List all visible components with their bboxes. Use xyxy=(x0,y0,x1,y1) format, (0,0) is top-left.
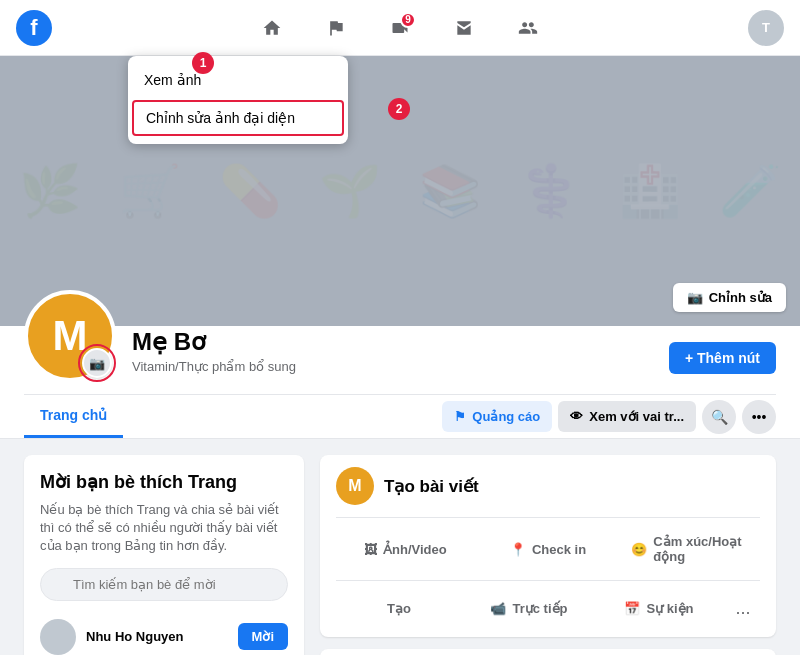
camera-cover-icon: 📷 xyxy=(687,290,703,305)
profile-name: Mẹ Bơ xyxy=(132,328,653,357)
store-nav-icon[interactable] xyxy=(444,8,484,48)
step-2-badge: 2 xyxy=(388,98,410,120)
invite-friends-card: Mời bạn bè thích Trang Nếu bạ bè thích T… xyxy=(24,455,304,655)
nav-center: 9 xyxy=(252,8,548,48)
search-friends-input[interactable] xyxy=(40,568,288,601)
friend-name: Nhu Ho Nguyen xyxy=(86,629,228,644)
post-create-row: Tạo 📹 Trực tiếp 📅 Sự kiện ... xyxy=(336,580,760,625)
main-content: Mời bạn bè thích Trang Nếu bạ bè thích T… xyxy=(0,439,800,655)
camera-icon: 📷 xyxy=(89,356,105,371)
no-posts-card: Chưa có bài viết nào xyxy=(320,649,776,655)
profile-info-row: M 📷 Mẹ Bơ Vitamin/Thực phẩm bổ sung + Th… xyxy=(24,326,776,395)
profile-category: Vitamin/Thực phẩm bổ sung xyxy=(132,359,653,374)
calendar-icon: 📅 xyxy=(624,601,640,616)
tab-actions: ⚑ Quảng cáo 👁 Xem với vai tr... 🔍 ••• xyxy=(442,400,776,434)
event-btn[interactable]: 📅 Sự kiện xyxy=(596,591,722,625)
home-nav-icon[interactable] xyxy=(252,8,292,48)
camera-button[interactable]: 📷 xyxy=(82,348,112,378)
invite-card-desc: Nếu bạ bè thích Trang và chia sẻ bài viế… xyxy=(40,501,288,556)
live-label: Trực tiếp xyxy=(512,601,567,616)
quang-cao-label: Quảng cáo xyxy=(472,409,540,424)
view-photo-menu-item[interactable]: Xem ảnh xyxy=(128,62,348,98)
post-avatar: M xyxy=(336,467,374,505)
more-tab-btn[interactable]: ••• xyxy=(742,400,776,434)
photo-video-btn[interactable]: 🖼 Ảnh/Video xyxy=(336,528,475,570)
search-friends-wrapper xyxy=(40,568,288,601)
create-post-card: M Tạo bài viết 🖼 Ảnh/Video 📍 Check in 😊 … xyxy=(320,455,776,637)
event-label: Sự kiện xyxy=(646,601,693,616)
cover-photo-area: 🌿 🛒 💊 🌱 📚 ⚕️ 🏥 🧪 📷 Chỉnh sửa xyxy=(0,56,800,326)
profile-tabs: Trang chủ ⚑ Quảng cáo 👁 Xem với vai tr..… xyxy=(0,395,800,439)
smile-icon: 😊 xyxy=(631,542,647,557)
profile-name-area: Mẹ Bơ Vitamin/Thực phẩm bổ sung xyxy=(132,328,653,382)
create-post-title: Tạo bài viết xyxy=(384,476,479,497)
xem-vai-tro-label: Xem với vai tr... xyxy=(589,409,684,424)
edit-avatar-label: Chỉnh sửa ảnh đại diện xyxy=(146,110,295,126)
edit-cover-button[interactable]: 📷 Chỉnh sửa xyxy=(673,283,786,312)
feeling-btn[interactable]: 😊 Cảm xúc/Hoạt động xyxy=(621,528,760,570)
quang-cao-tab[interactable]: ⚑ Quảng cáo xyxy=(442,401,552,432)
friend-avatar xyxy=(40,619,76,655)
live-icon: 📹 xyxy=(490,601,506,616)
step-1-badge: 1 xyxy=(192,52,214,74)
photo-icon: 🖼 xyxy=(364,542,377,557)
post-actions-row: 🖼 Ảnh/Video 📍 Check in 😊 Cảm xúc/Hoạt độ… xyxy=(336,517,760,570)
more-post-btn[interactable]: ... xyxy=(726,591,760,625)
top-navigation: f 9 T xyxy=(0,0,800,56)
create-label-btn[interactable]: Tạo xyxy=(336,591,462,625)
create-post-header: M Tạo bài viết xyxy=(336,467,760,505)
nav-left: f xyxy=(16,10,52,46)
flag-tab-icon: ⚑ xyxy=(454,409,466,424)
more-dots-icon: ... xyxy=(735,598,750,619)
nav-right: T xyxy=(748,10,784,46)
left-panel: Mời bạn bè thích Trang Nếu bạ bè thích T… xyxy=(24,455,304,655)
friend-row: Nhu Ho Nguyen Mời xyxy=(40,613,288,655)
live-btn[interactable]: 📹 Trực tiếp xyxy=(466,591,592,625)
facebook-logo: f xyxy=(16,10,52,46)
video-nav-icon[interactable]: 9 xyxy=(380,8,420,48)
eye-icon: 👁 xyxy=(570,409,583,424)
add-button-label: + Thêm nút xyxy=(685,350,760,366)
profile-section: M 📷 Mẹ Bơ Vitamin/Thực phẩm bổ sung + Th… xyxy=(0,326,800,395)
edit-avatar-menu-item[interactable]: Chỉnh sửa ảnh đại diện xyxy=(132,100,344,136)
profile-avatar-container: M 📷 xyxy=(24,290,116,382)
add-button[interactable]: + Thêm nút xyxy=(669,342,776,374)
invite-card-title: Mời bạn bè thích Trang xyxy=(40,471,288,493)
photo-video-label: Ảnh/Video xyxy=(383,542,447,557)
context-menu: Xem ảnh Chỉnh sửa ảnh đại diện xyxy=(128,56,348,144)
people-nav-icon[interactable] xyxy=(508,8,548,48)
checkin-label: Check in xyxy=(532,542,586,557)
right-panel: M Tạo bài viết 🖼 Ảnh/Video 📍 Check in 😊 … xyxy=(320,455,776,655)
invite-friend-button[interactable]: Mời xyxy=(238,623,288,650)
checkin-btn[interactable]: 📍 Check in xyxy=(479,528,618,570)
feeling-label: Cảm xúc/Hoạt động xyxy=(653,534,750,564)
profile-actions: + Thêm nút xyxy=(669,342,776,382)
create-text-label: Tạo xyxy=(387,601,411,616)
tab-trang-chu[interactable]: Trang chủ xyxy=(24,395,123,438)
user-avatar-nav[interactable]: T xyxy=(748,10,784,46)
edit-cover-label: Chỉnh sửa xyxy=(709,290,772,305)
view-photo-label: Xem ảnh xyxy=(144,72,201,88)
location-icon: 📍 xyxy=(510,542,526,557)
video-badge: 9 xyxy=(400,12,416,28)
flag-nav-icon[interactable] xyxy=(316,8,356,48)
search-tab-btn[interactable]: 🔍 xyxy=(702,400,736,434)
xem-vai-tro-tab[interactable]: 👁 Xem với vai tr... xyxy=(558,401,696,432)
